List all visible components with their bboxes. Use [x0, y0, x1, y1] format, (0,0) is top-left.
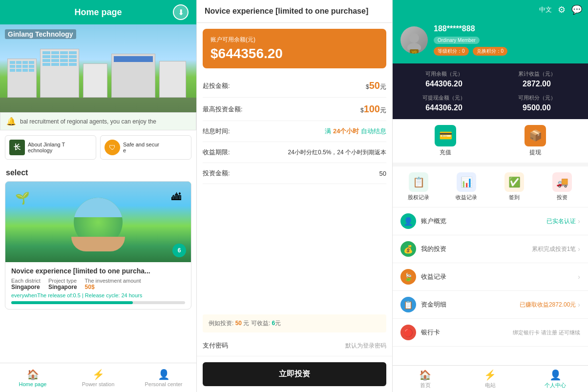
bell-icon: 🔔 [6, 117, 16, 126]
earnings-records-label: 收益记录 [456, 194, 477, 201]
profile-section: V0 188*****888 Ordinary Member 等级积分：0 兑换… [393, 20, 588, 63]
available-balance-label: 可用余额（元） [400, 70, 487, 78]
home-icon: 🏠 [27, 369, 39, 380]
district-item: Each district Singapore [11, 278, 41, 290]
shield-icon: 🛡 [105, 140, 120, 155]
bank-card-item[interactable]: 🔴 银行卡 绑定银行卡 请注册 还可继续 [393, 319, 588, 347]
payment-row: 支付密码 默认为登录密码 [197, 335, 392, 356]
recharge-icon: 💳 [435, 125, 456, 146]
left-header-title: Home page [74, 7, 122, 18]
account-overview-icon: 👤 [400, 213, 416, 229]
security-text: Safe and secur e [123, 142, 159, 153]
settings-icon[interactable]: ⚙ [558, 4, 566, 15]
withdraw-button[interactable]: 📦 提现 [525, 125, 546, 157]
recharge-button[interactable]: 💳 充值 [435, 125, 456, 157]
checkin-menu[interactable]: ✅ 签到 [492, 172, 536, 201]
right-header: 中文 ⚙ 💬 [393, 0, 588, 20]
min-investment-row: 起投金额: $50元 [203, 74, 386, 98]
earnings-record-icon: 🍃 [400, 269, 416, 285]
middle-panel: Novice experience [limited to one purcha… [196, 0, 393, 392]
withdraw-label: 提现 [529, 148, 541, 157]
svg-point-1 [407, 43, 421, 50]
my-investment-text: 我的投资 [421, 245, 532, 253]
account-overview-value: 已实名认证 › [546, 217, 580, 226]
about-card[interactable]: 长 About Jinlang T echnology [5, 135, 96, 160]
invest-icon: 🚚 [552, 172, 572, 192]
vip-badge: V0 [410, 49, 419, 54]
language-selector[interactable]: 中文 [539, 5, 552, 14]
form-section: 起投金额: $50元 最高投资金额: $100元 结息时间: 满 24个小时 自… [197, 74, 392, 311]
product-info: Novice experience [limited to one purcha… [5, 262, 191, 309]
product-card[interactable]: 🌱 🏙 6 Novice experience [limited to one … [5, 181, 191, 309]
invest-button[interactable]: 立即投资 [203, 362, 386, 386]
action-section: 💳 充值 📦 提现 [393, 119, 588, 163]
returns-label: 收益期限: [203, 148, 230, 157]
account-overview-item[interactable]: 👤 账户概览 已实名认证 › [393, 207, 588, 235]
invest-label: 投资 [557, 194, 567, 201]
max-investment-label: 最高投资金额: [203, 105, 243, 114]
returns-period-row: 收益期限: 24小时分红0.5%，24 个小时到期返本 [203, 142, 386, 163]
investment-amount-item: The investment amount 50$ [85, 278, 141, 290]
download-button[interactable]: ⬇ [173, 4, 189, 20]
withdrawable-value: 644306.20 [400, 103, 487, 112]
product-title: Novice experience [limited to one purcha… [11, 267, 185, 275]
right-nav-personal[interactable]: 👤 个人中心 [523, 366, 588, 392]
right-nav-personal-label: 个人中心 [545, 382, 566, 389]
chevron-icon: › [578, 273, 580, 281]
available-points-label: 可用积分（元） [493, 94, 580, 102]
avatar: V0 [400, 26, 428, 54]
payment-value: 默认为登录密码 [345, 342, 386, 350]
person-icon: 👤 [158, 369, 170, 380]
earnings-record-text: 收益记录 [421, 272, 578, 281]
balance-label: 账户可用余额(元) [210, 36, 378, 44]
available-points-value: 9500.00 [493, 103, 580, 112]
right-nav-home[interactable]: 🏠 首页 [393, 366, 458, 392]
product-image: 🌱 🏙 6 [5, 182, 191, 262]
equity-records-menu[interactable]: 📋 股权记录 [397, 172, 441, 201]
min-investment-label: 起投金额: [203, 82, 230, 90]
balance-card: 账户可用余额(元) $644356.20 [203, 29, 386, 68]
available-points-stat: 可用积分（元） 9500.00 [493, 94, 580, 112]
available-balance-value: 644306.20 [400, 80, 487, 88]
left-panel: Home page ⬇ Ginlang Technology [0, 0, 196, 392]
right-nav-station-label: 电站 [485, 382, 496, 389]
right-nav-station[interactable]: ⚡ 电站 [458, 366, 523, 392]
equity-records-icon: 📋 [409, 172, 428, 192]
menu-grid: 📋 股权记录 📊 收益记录 ✅ 签到 🚚 投资 [393, 166, 588, 207]
balance-amount: $644356.20 [210, 46, 378, 62]
bottom-nav: 🏠 Home page ⚡ Power station 👤 Personal c… [0, 363, 196, 392]
earnings-record-item[interactable]: 🍃 收益记录 › [393, 263, 588, 291]
my-investment-item[interactable]: 💰 我的投资 累积完成投资1笔 › [393, 235, 588, 263]
total-earnings-label: 累计收益（元） [493, 70, 580, 78]
nav-power-station[interactable]: ⚡ Power station [65, 363, 131, 392]
banner-label: Ginlang Technology [5, 29, 76, 39]
power-station-icon: ⚡ [92, 369, 105, 380]
progress-fill [11, 301, 133, 304]
logo-text: 长 [14, 143, 21, 152]
fund-details-icon: 📋 [400, 297, 416, 312]
station-nav-icon: ⚡ [484, 369, 496, 381]
fund-details-item[interactable]: 📋 资金明细 已赚取收益2872.00元 › [393, 291, 588, 319]
nav-personal-label: Personal center [145, 381, 182, 387]
nav-home-label: Home page [19, 381, 47, 387]
earnings-records-menu[interactable]: 📊 收益记录 [444, 172, 488, 201]
invest-menu[interactable]: 🚚 投资 [540, 172, 584, 201]
banner-image: Ginlang Technology [0, 24, 196, 112]
bank-card-value: 绑定银行卡 请注册 还可继续 [513, 329, 580, 336]
total-earnings-value: 2872.00 [493, 80, 580, 88]
about-text: About Jinlang T echnology [28, 142, 65, 153]
withdrawable-stat: 可提现金额（元） 644306.20 [400, 94, 487, 112]
max-investment-value: $100元 [360, 103, 386, 115]
settlement-time-row: 结息时间: 满 24个小时 自动结息 [203, 121, 386, 142]
product-badge: 6 [172, 244, 186, 257]
security-card[interactable]: 🛡 Safe and secur e [100, 135, 191, 160]
bank-card-icon: 🔴 [400, 325, 416, 340]
announcement-text: bal recruitment of regional agents, you … [20, 118, 156, 125]
nav-personal-center[interactable]: 👤 Personal center [131, 363, 196, 392]
withdrawable-label: 可提现金额（元） [400, 94, 487, 102]
profile-phone: 188*****888 [434, 24, 580, 33]
exchange-points-badge: 兑换积分：0 [473, 47, 508, 56]
nav-home[interactable]: 🏠 Home page [0, 363, 65, 392]
chat-icon[interactable]: 💬 [571, 4, 582, 15]
account-overview-text: 账户概览 [421, 217, 546, 226]
